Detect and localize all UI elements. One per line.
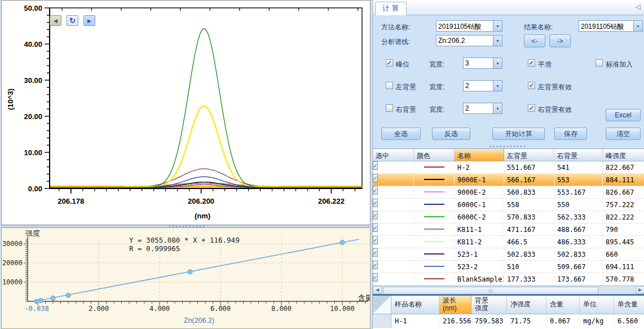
row-checkbox[interactable]: ✓ [373,211,378,220]
cell-name: K811-2 [455,236,504,248]
column-header-net-intensity[interactable]: 净强度 [507,296,546,314]
left-bg-label: 左背景 [396,82,416,92]
cell-right-bg: 509.667 [554,261,603,273]
select-all-button[interactable]: 全选 [381,128,421,140]
left-bg-width-combo[interactable]: 2 ▼ [463,80,502,91]
svg-text:8.000: 8.000 [271,305,292,313]
prev-line-button[interactable]: <- [524,34,545,47]
cell-name: 9000E-2 [455,186,504,198]
row-checkbox[interactable]: ✓ [373,161,378,170]
smooth-checkbox[interactable] [528,59,535,67]
method-name-combo[interactable]: 20191105钴酸 ▼ [436,20,502,32]
dropdown-arrow-icon[interactable]: ▼ [493,58,502,68]
column-header-peak[interactable]: 峰强度 [603,149,644,161]
horizontal-scrollbar[interactable]: ◀ ▶ [373,286,644,294]
dropdown-arrow-icon[interactable]: ▼ [493,36,502,46]
chart-prev-button[interactable]: ◀ [50,15,61,26]
cell-left-bg: 177.333 [504,273,554,285]
table-row[interactable]: ✓6000C-1558550757.222 [373,199,644,211]
method-name-label: 方法名称: [381,23,410,32]
analysis-line-combo[interactable]: Zn:206.2 ▼ [436,35,502,46]
scroll-right-icon[interactable]: ▶ [636,286,644,294]
svg-text:R = 0.999965: R = 0.999965 [129,244,180,253]
series-color-line [424,266,444,267]
table-corner-cell[interactable] [373,296,391,314]
cell-name: BlankSample1 [455,273,504,285]
right-bg-valid-checkbox[interactable] [528,104,535,112]
series-color-line [424,229,444,230]
row-checkbox[interactable]: ✓ [373,236,378,244]
cell-left-bg: 510 [504,261,554,273]
cell-left-bg: 471.167 [504,223,554,235]
dropdown-arrow-icon[interactable]: ▼ [493,81,502,91]
row-checkbox[interactable]: ✓ [373,223,378,232]
svg-text:206.200: 206.200 [188,197,214,205]
table-row[interactable]: ✓K811-2466.5486.333895.445 [373,236,644,248]
cell-checkbox: ✓ [373,186,414,198]
left-bg-valid-checkbox[interactable] [528,82,535,89]
tab-strip: 计 算 ◁ [373,0,644,15]
table-row[interactable]: ✓9000E-1566.167553884.111 [373,174,644,186]
table-splitter[interactable] [486,145,531,148]
row-checkbox[interactable]: ✓ [373,199,378,207]
invert-selection-button[interactable]: 反选 [432,128,470,140]
cell-peak: 895.445 [603,236,644,248]
chart-next-button[interactable]: ▶ [83,15,95,26]
save-button[interactable]: 保存 [554,128,587,140]
column-header-sample-name[interactable]: 样品名称 [391,296,439,314]
column-header-selected[interactable]: 选中 [373,149,414,161]
row-checkbox[interactable]: ✓ [373,273,378,282]
collapse-arrow-icon[interactable]: ◁ [636,3,641,11]
scrollbar-thumb[interactable] [383,287,598,295]
dropdown-arrow-icon[interactable]: ▼ [493,103,502,113]
svg-text:2.000: 2.000 [89,305,109,313]
row-checkbox[interactable]: ✓ [373,248,378,257]
column-header-content[interactable]: 含量 [546,296,580,314]
column-header-unit-content[interactable]: 单含量 [614,296,644,314]
peak-position-checkbox[interactable] [386,59,393,67]
table-row[interactable]: ✓H-2551.667541822.667 [373,161,644,174]
table-row[interactable]: ✓K811-1471.167488.667790 [373,223,644,236]
left-bg-checkbox[interactable] [386,82,393,89]
next-line-button[interactable]: -> [549,34,571,47]
row-checkbox[interactable]: ✓ [373,174,378,182]
column-header-left-bg[interactable]: 左背景 [504,149,554,161]
column-header-right-bg[interactable]: 右背景 [554,149,603,161]
table-row[interactable]: ✓BlankSample1177.333173.667570.778 [373,273,644,286]
calculation-panel: 计 算 ◁ 方法名称: 20191105钴酸 ▼ 结果名称: 20191105钴… [372,0,644,329]
standard-addition-checkbox[interactable] [596,59,603,67]
column-header-color[interactable]: 颜色 [414,149,455,161]
cell-color [414,261,455,273]
row-selector-cell[interactable] [373,314,391,328]
right-bg-checkbox[interactable] [386,104,393,112]
column-header-name[interactable]: 名称 [455,149,504,161]
cell-peak: 884.111 [603,174,644,186]
series-color-line [424,278,444,279]
series-color-line [424,241,444,242]
row-checkbox[interactable]: ✓ [373,186,378,195]
column-header-unit[interactable]: 单位 [580,296,614,314]
row-checkbox[interactable]: ✓ [373,261,378,269]
table-row[interactable]: ✓9000E-2560.833553.167826.667 [373,186,644,199]
scroll-left-icon[interactable]: ◀ [373,286,382,294]
cell-right-bg: 553 [554,174,603,186]
table-row[interactable]: ✓6000C-2570.833562.333822.222 [373,211,644,223]
peak-width-combo[interactable]: 3 ▼ [463,58,502,69]
tab-calculate[interactable]: 计 算 [375,2,407,15]
column-header-bg-intensity[interactable]: 背景 强度 [471,296,507,314]
dropdown-arrow-icon[interactable]: ▼ [633,21,642,31]
table-row[interactable]: ✓523-1502.833502.833660 [373,248,644,261]
clear-button[interactable]: 清空 [606,128,641,140]
start-calculation-button[interactable]: 开始计算 [492,128,545,140]
column-header-wavelength[interactable]: 波长 (nm) [439,296,471,314]
result-name-combo[interactable]: 20191105钴酸 ▼ [579,20,643,32]
results-table-body: ✓H-2551.667541822.667✓9000E-1566.1675538… [373,161,644,286]
table-row[interactable]: ✓523-2510509.667694.111 [373,261,644,273]
excel-button[interactable]: Excel [606,109,641,121]
chart-refresh-button[interactable]: ↻ [67,15,78,26]
right-bg-width-combo[interactable]: 2 ▼ [463,103,502,114]
svg-text:强度: 强度 [25,229,40,238]
dropdown-arrow-icon[interactable]: ▼ [493,21,502,31]
sample-row[interactable]: H-1 216.556 759.583 71.75 0.067 mg/kg 6.… [373,314,644,328]
svg-text:(nm): (nm) [195,212,210,220]
